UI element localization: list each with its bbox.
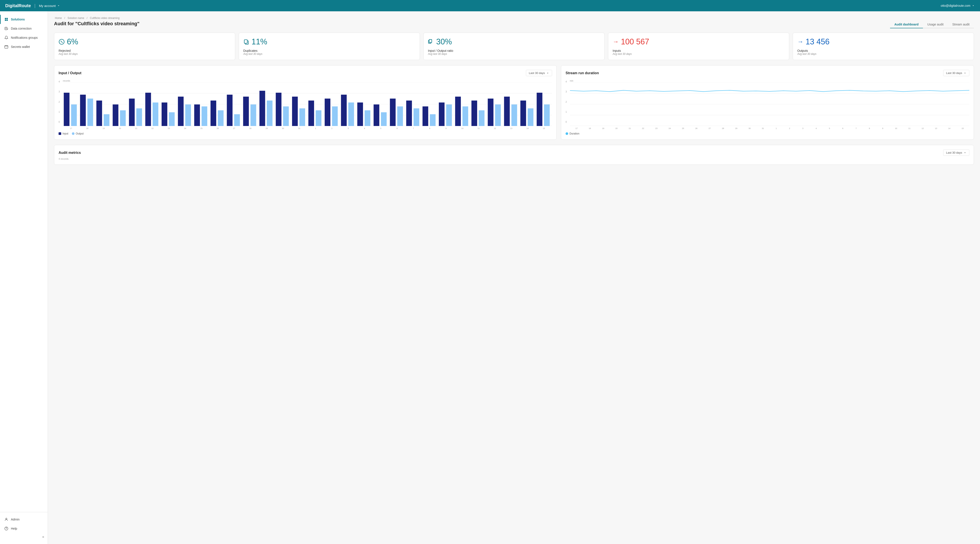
- stat-card-ratio: 30% Input / Output ratio Avg last 30 day…: [423, 33, 605, 60]
- stat-cards: 6% Rejected Avg last 30 days 11% Duplica…: [54, 33, 974, 60]
- stream-y-axis-unit: min: [570, 79, 969, 82]
- svg-rect-75: [495, 105, 501, 126]
- svg-rect-62: [390, 98, 396, 126]
- ratio-icon: [428, 39, 434, 45]
- svg-rect-47: [267, 100, 272, 126]
- svg-rect-23: [71, 105, 77, 126]
- svg-rect-55: [332, 106, 337, 126]
- stat-label-ratio: Input / Output ratio: [428, 49, 600, 52]
- input-output-chart-title: Input / Output: [59, 71, 81, 75]
- audit-metrics-dropdown[interactable]: Last 30 days: [943, 149, 969, 156]
- stat-value-rejected: 6%: [67, 37, 78, 46]
- audit-metrics-card: Audit metrics Last 30 days 4 records: [54, 145, 974, 165]
- chart-legend-bar: Input Output: [59, 132, 552, 135]
- svg-rect-3: [6, 20, 8, 21]
- svg-rect-40: [210, 100, 216, 126]
- solutions-icon: [4, 17, 8, 21]
- sidebar-item-label: Data correction: [11, 27, 32, 30]
- tab-audit-dashboard[interactable]: Audit dashboard: [890, 21, 923, 28]
- stat-sub-rejected: Avg last 30 days: [59, 52, 231, 56]
- svg-rect-27: [103, 114, 109, 126]
- svg-rect-26: [96, 100, 102, 126]
- my-account-button[interactable]: My account: [39, 4, 60, 8]
- tab-usage-audit[interactable]: Usage audit: [923, 21, 948, 28]
- svg-rect-69: [446, 105, 452, 126]
- stat-sub-outputs: Avg last 30 days: [797, 52, 969, 56]
- chevron-down-icon: [57, 4, 60, 7]
- legend-duration-label: Duration: [570, 132, 579, 135]
- bar-chart-svg: [63, 82, 552, 126]
- svg-rect-81: [544, 105, 550, 126]
- sidebar-item-notifications-groups[interactable]: Notifications groups: [0, 33, 48, 42]
- svg-rect-63: [397, 106, 403, 126]
- stream-duration-chart-title: Stream run duration: [566, 71, 599, 75]
- secrets-wallet-icon: [4, 45, 8, 49]
- sidebar-item-label: Secrets wallet: [11, 45, 30, 49]
- stat-sub-inputs: Avg last 30 days: [612, 52, 785, 56]
- top-nav: DigitalRoute | My account otto@digitalro…: [0, 0, 980, 11]
- legend-input-label: Input: [62, 132, 68, 135]
- svg-rect-49: [283, 106, 288, 126]
- stat-value-outputs: 13 456: [805, 37, 829, 46]
- stat-sub-duplicates: Avg last 30 days: [243, 52, 415, 56]
- audit-metrics-title: Audit metrics: [59, 151, 81, 155]
- nav-divider: |: [34, 3, 35, 8]
- stat-card-rejected: 6% Rejected Avg last 30 days: [54, 33, 235, 60]
- svg-rect-34: [162, 103, 167, 126]
- svg-rect-30: [129, 98, 135, 126]
- svg-rect-25: [88, 98, 93, 126]
- audit-metrics-y-label: 4 records: [59, 157, 969, 160]
- brand-logo: DigitalRoute: [5, 3, 31, 8]
- svg-rect-52: [309, 100, 314, 126]
- svg-rect-33: [153, 103, 158, 126]
- svg-rect-16: [429, 40, 432, 43]
- svg-rect-67: [430, 114, 435, 126]
- legend-duration-dot: [566, 132, 568, 135]
- user-email-button[interactable]: otto@digitalroute.com: [941, 4, 975, 7]
- sidebar-item-help[interactable]: Help: [0, 524, 48, 533]
- svg-rect-43: [234, 114, 240, 126]
- sidebar-item-data-correction[interactable]: Data correction: [0, 24, 48, 33]
- svg-rect-74: [488, 98, 493, 126]
- svg-rect-58: [357, 103, 363, 126]
- svg-rect-4: [5, 27, 7, 30]
- arrow-input-icon: →: [612, 38, 619, 45]
- y-axis-unit: records: [63, 79, 552, 82]
- svg-rect-57: [348, 103, 354, 126]
- duplicate-icon: [243, 39, 249, 45]
- svg-rect-46: [259, 91, 265, 126]
- tabs: Audit dashboard Usage audit Stream audit: [890, 21, 974, 28]
- stat-card-duplicates: 11% Duplicates Avg last 30 days: [239, 33, 420, 60]
- svg-rect-44: [243, 97, 249, 126]
- svg-rect-39: [202, 106, 207, 126]
- collapse-sidebar-button[interactable]: «: [0, 533, 48, 541]
- sidebar-bottom: Admin Help «: [0, 512, 48, 541]
- stat-label-duplicates: Duplicates: [243, 49, 415, 52]
- tab-stream-audit[interactable]: Stream audit: [948, 21, 974, 28]
- svg-rect-66: [423, 106, 428, 126]
- stat-label-inputs: Inputs: [612, 49, 785, 52]
- svg-rect-76: [504, 97, 510, 126]
- input-output-chart-card: Input / Output Last 30 days 43210 record…: [54, 65, 557, 140]
- stream-y-axis-labels: 43210: [566, 79, 568, 123]
- svg-rect-80: [537, 93, 542, 126]
- svg-rect-1: [6, 18, 8, 19]
- sidebar-item-secrets-wallet[interactable]: Secrets wallet: [0, 42, 48, 51]
- sidebar-item-admin[interactable]: Admin: [0, 515, 48, 524]
- page-header: Audit for "Cultflicks video streaming" A…: [54, 21, 974, 28]
- admin-icon: [4, 517, 8, 521]
- svg-rect-78: [520, 100, 526, 126]
- stat-value-inputs: 100 567: [621, 37, 649, 46]
- svg-rect-22: [64, 93, 69, 126]
- svg-rect-70: [455, 97, 461, 126]
- stream-duration-dropdown[interactable]: Last 30 days: [943, 70, 969, 76]
- main-content: Home / Solution name / Cultflicks video …: [48, 11, 980, 544]
- input-output-dropdown[interactable]: Last 30 days: [526, 70, 552, 76]
- svg-rect-60: [374, 105, 379, 126]
- svg-rect-48: [276, 93, 282, 126]
- svg-rect-54: [325, 98, 330, 126]
- svg-rect-51: [299, 108, 305, 126]
- svg-rect-42: [227, 95, 232, 126]
- chart-legend-line: Duration: [566, 132, 969, 135]
- sidebar-item-solutions[interactable]: Solutions: [0, 15, 48, 24]
